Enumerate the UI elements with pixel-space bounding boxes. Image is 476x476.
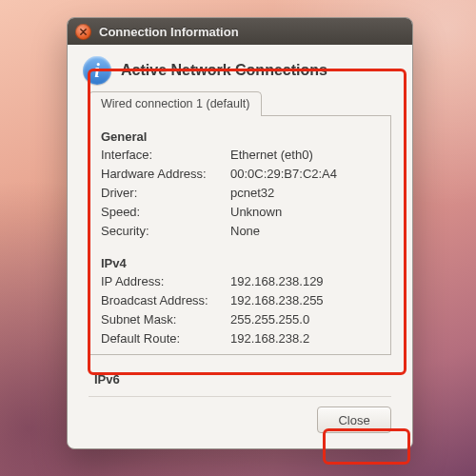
window-title: Connection Information xyxy=(99,25,239,39)
label-broadcast: Broadcast Address: xyxy=(101,291,230,310)
value-ip-address: 192.168.238.129 xyxy=(230,272,324,291)
label-interface: Interface: xyxy=(101,146,230,165)
row-speed: Speed:Unknown xyxy=(101,203,379,222)
section-general-heading: General xyxy=(101,129,379,144)
label-default-route: Default Route: xyxy=(101,329,230,348)
label-ip-address: IP Address: xyxy=(101,272,230,291)
label-subnet: Subnet Mask: xyxy=(101,310,230,329)
row-broadcast: Broadcast Address:192.168.238.255 xyxy=(101,291,379,310)
label-security: Security: xyxy=(101,222,230,241)
section-ipv4-heading: IPv4 xyxy=(101,256,379,270)
value-hardware-address: 00:0C:29:B7:C2:A4 xyxy=(230,165,337,184)
tabs: Wired connection 1 (default) xyxy=(89,90,391,116)
connection-details-panel: General Interface:Ethernet (eth0) Hardwa… xyxy=(89,116,391,355)
value-speed: Unknown xyxy=(230,203,282,222)
connection-info-window: Connection Information i Active Network … xyxy=(67,17,413,449)
tab-wired-connection-1[interactable]: Wired connection 1 (default) xyxy=(89,91,262,116)
row-interface: Interface:Ethernet (eth0) xyxy=(101,146,379,165)
close-icon[interactable] xyxy=(75,24,91,40)
value-broadcast: 192.168.238.255 xyxy=(230,291,324,310)
value-interface: Ethernet (eth0) xyxy=(230,146,313,165)
row-default-route: Default Route:192.168.238.2 xyxy=(101,329,379,348)
close-button[interactable]: Close xyxy=(317,407,391,433)
row-hardware-address: Hardware Address:00:0C:29:B7:C2:A4 xyxy=(101,165,379,184)
label-speed: Speed: xyxy=(101,203,230,222)
row-subnet: Subnet Mask:255.255.255.0 xyxy=(101,310,379,329)
value-subnet: 255.255.255.0 xyxy=(230,310,309,329)
section-ipv6-heading: IPv6 xyxy=(89,365,391,394)
row-security: Security:None xyxy=(101,222,379,241)
value-security: None xyxy=(230,222,260,241)
row-ip-address: IP Address:192.168.238.129 xyxy=(101,272,379,291)
label-hardware-address: Hardware Address: xyxy=(101,165,230,184)
value-driver: pcnet32 xyxy=(230,184,274,203)
row-driver: Driver:pcnet32 xyxy=(101,184,379,203)
value-default-route: 192.168.238.2 xyxy=(230,329,309,348)
separator xyxy=(89,396,391,397)
titlebar[interactable]: Connection Information xyxy=(68,18,412,45)
page-title: Active Network Connections xyxy=(121,62,327,79)
info-icon: i xyxy=(83,56,111,85)
label-driver: Driver: xyxy=(101,184,230,203)
